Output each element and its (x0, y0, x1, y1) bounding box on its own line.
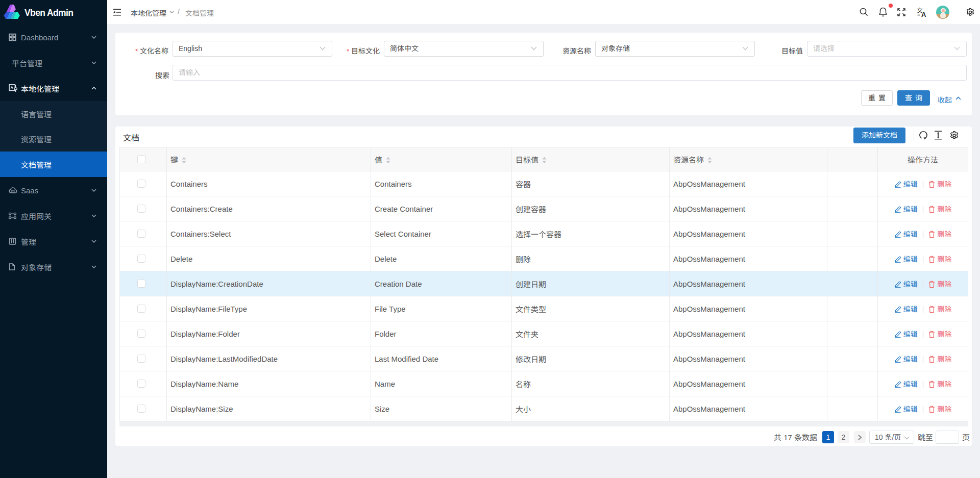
svg-text:A: A (921, 11, 926, 17)
